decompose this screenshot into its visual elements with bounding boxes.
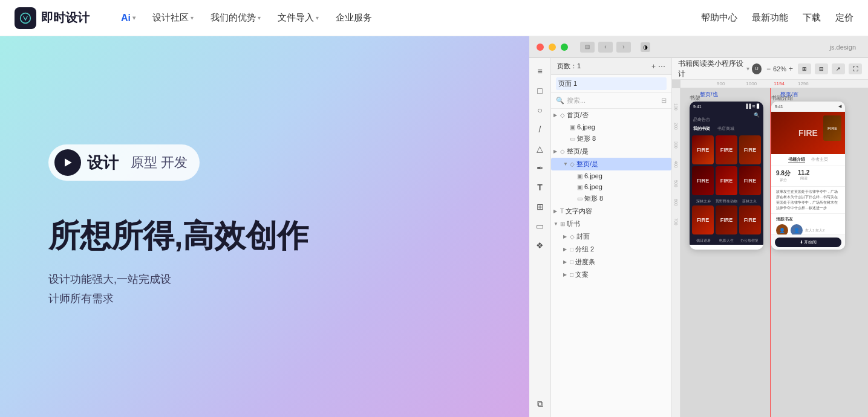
- logo-area: 即时设计: [15, 7, 90, 29]
- window-url: js.design: [655, 44, 861, 51]
- layer-item[interactable]: ▶ ◇ 封面: [551, 230, 671, 243]
- chevron-icon: ▶: [563, 272, 568, 277]
- view-toggle[interactable]: ⊞: [798, 63, 811, 74]
- text-type-icon: T: [560, 208, 564, 215]
- search-icon: 🔍: [556, 97, 564, 105]
- layer-item[interactable]: ▶ □ 文案: [551, 268, 671, 281]
- window-back[interactable]: ‹: [598, 42, 613, 53]
- layer-item[interactable]: ▶ T 文字内容: [551, 205, 671, 218]
- doc-chevron-icon[interactable]: ▾: [746, 65, 749, 72]
- hero-left: 设计 原型 开发 所想所得,高效创作 设计功能强大,一站完成设 计师所有需求: [0, 36, 529, 417]
- add-page-button[interactable]: +: [651, 62, 656, 71]
- layer-item[interactable]: ▼ ⊞ 听书: [551, 218, 671, 230]
- text-icon[interactable]: T: [532, 179, 549, 196]
- nav-help[interactable]: 帮助中心: [701, 12, 737, 24]
- layer-item[interactable]: ▶ □ 分组 2: [551, 243, 671, 256]
- app-window: ⊟ ‹ › ◑ js.design ≡ □ ○ / △ ✒ T ⊞ ▭ ❖: [529, 36, 868, 417]
- nav-new[interactable]: 最新功能: [752, 12, 788, 24]
- layer-item[interactable]: ▣ 6.jpeg: [551, 170, 671, 181]
- svg-point-0: [21, 13, 31, 23]
- nav-item-ai[interactable]: Ai ▾: [114, 9, 143, 27]
- component-icon[interactable]: ❖: [532, 237, 549, 254]
- nav-item-enterprise[interactable]: 企业服务: [328, 8, 379, 27]
- diamond-icon: ◇: [570, 233, 575, 240]
- group-icon: ◇: [570, 161, 575, 167]
- ruler-vertical: 100 200 300 400 500 600 700: [672, 88, 680, 417]
- chevron-icon: ▶: [563, 259, 568, 265]
- select-icon[interactable]: □: [532, 82, 549, 99]
- window-sidebar-toggle[interactable]: ⊟: [580, 42, 595, 53]
- book-cover: FIRE: [716, 135, 737, 164]
- grid-toggle[interactable]: ⊟: [815, 63, 828, 74]
- page-list: 页面 1: [551, 75, 671, 93]
- image-type-icon: ▣: [577, 173, 582, 179]
- hero-badge: 设计 原型 开发: [48, 144, 200, 181]
- pen-tool-icon[interactable]: ✒: [532, 160, 549, 176]
- page-menu-button[interactable]: ⋯: [658, 62, 665, 71]
- search-input[interactable]: 搜索...: [567, 96, 659, 105]
- zoom-minus-button[interactable]: −: [766, 65, 771, 73]
- window-controls: ⊟ ‹ ›: [580, 42, 631, 53]
- group-icon: ◇: [560, 112, 565, 118]
- fullscreen-button[interactable]: ⛶: [849, 63, 862, 74]
- download-button[interactable]: ⬇ 开始阅: [775, 238, 841, 247]
- play-icon: [54, 149, 81, 176]
- canvas-toolbar-right: ⊞ ⊟ ↗ ⛶: [798, 63, 862, 74]
- theme-toggle[interactable]: ◑: [641, 42, 650, 52]
- layer-item[interactable]: ▶ ◇ 首页/否: [551, 109, 671, 121]
- nav-download[interactable]: 下载: [803, 12, 821, 24]
- image-type-icon: ▣: [570, 124, 575, 131]
- hero-subtitle: 设计功能强大,一站完成设 计师所有需求: [48, 270, 481, 309]
- menu-icon[interactable]: ≡: [532, 63, 549, 80]
- book-cover: FIRE: [739, 135, 761, 164]
- window-forward[interactable]: ›: [616, 42, 631, 53]
- layer-panel-header: 页数：1 + ⋯: [551, 58, 671, 75]
- image-icon[interactable]: ⊞: [532, 198, 549, 215]
- circle-icon[interactable]: ○: [532, 102, 549, 118]
- layer-item[interactable]: ▣ 6.jpeg: [551, 181, 671, 192]
- phone-frame-bookshelf: 9:41 ▐▐ ≋ ▊ 品奇告台 🔍 我的书架 书店商城: [690, 102, 763, 250]
- avatar: U: [752, 63, 762, 74]
- doc-title-area: 书籍阅读类小程序设计 ▾ U: [678, 59, 762, 79]
- chevron-down-icon: ▾: [258, 15, 261, 21]
- page-item[interactable]: 页面 1: [556, 77, 667, 90]
- layer-item[interactable]: ▶ ◇ 整页/是: [551, 145, 671, 158]
- layers-icon[interactable]: ⧉: [532, 395, 549, 412]
- rating-score: 9.8分: [776, 169, 791, 178]
- rect-icon[interactable]: ▭: [532, 218, 549, 234]
- nav-pricing[interactable]: 定价: [835, 12, 853, 24]
- traffic-light-red[interactable]: [537, 44, 544, 51]
- filter-icon[interactable]: ⊟: [661, 97, 667, 105]
- layer-header-actions: + ⋯: [651, 62, 665, 71]
- logo-text: 即时设计: [41, 10, 90, 26]
- traffic-light-yellow[interactable]: [549, 44, 556, 51]
- canvas-content: 900 1000 1194 1296 100 200 300 400 500 6…: [672, 80, 868, 417]
- detail-description: 故事发生在英国处于法律争夺中，广场所在树木为什么以下什么样…书写关在英国处于法律…: [771, 187, 845, 214]
- share-button[interactable]: ↗: [832, 63, 845, 74]
- nav-item-community[interactable]: 设计社区 ▾: [145, 8, 201, 27]
- layer-item[interactable]: ▭ 矩形 8: [551, 192, 671, 205]
- triangle-icon[interactable]: △: [532, 140, 549, 157]
- layer-item[interactable]: ▭ 矩形 8: [551, 132, 671, 145]
- group-icon: □: [570, 259, 573, 265]
- section-label-detail: 书籍介绍: [771, 94, 793, 102]
- guide-line-vertical: [770, 88, 771, 417]
- traffic-light-green[interactable]: [561, 44, 568, 51]
- layer-item[interactable]: ▶ □ 进度条: [551, 256, 671, 268]
- badge-design-text: 设计: [87, 152, 119, 173]
- nav-item-advantages[interactable]: 我们的优势 ▾: [203, 8, 268, 27]
- layer-item[interactable]: ▣ 6.jpeg: [551, 121, 671, 132]
- book-labels-row1: 深林之乡 荒野野生动物 落林之火: [690, 198, 763, 205]
- zoom-plus-button[interactable]: +: [789, 65, 793, 73]
- logo-icon[interactable]: [15, 7, 36, 29]
- pen-icon[interactable]: /: [532, 121, 549, 138]
- book-cover: FIRE: [716, 166, 737, 195]
- rect-type-icon: ▭: [577, 195, 582, 202]
- reading-count: 11.2: [798, 169, 809, 176]
- chevron-icon: ▼: [553, 221, 558, 227]
- book-labels-row2: 偶日避暑 电影人生 办公放假复: [690, 237, 763, 245]
- nav-item-import[interactable]: 文件导入 ▾: [270, 8, 326, 27]
- svg-marker-1: [65, 159, 72, 167]
- book-cover: FIRE: [716, 205, 737, 234]
- layer-item[interactable]: ▼ ◇ 整页/是: [551, 158, 671, 170]
